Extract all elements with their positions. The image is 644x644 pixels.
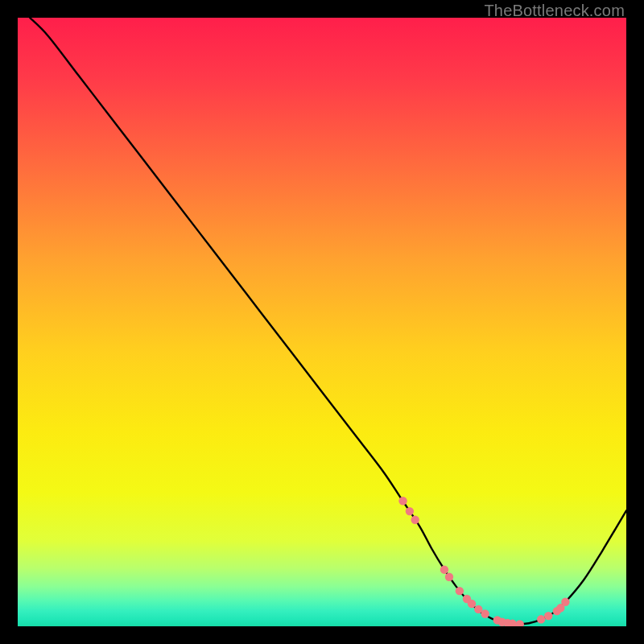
- highlight-marker: [398, 497, 407, 505]
- highlight-marker: [537, 615, 545, 623]
- highlight-marker: [561, 598, 569, 606]
- highlight-marker: [456, 587, 464, 595]
- highlight-marker: [481, 609, 489, 617]
- highlight-marker: [544, 612, 552, 620]
- chart-frame: TheBottleneck.com: [0, 0, 644, 644]
- bottleneck-chart: [18, 18, 626, 626]
- highlight-marker: [468, 600, 476, 608]
- highlight-marker: [445, 573, 453, 581]
- plot-area: [18, 18, 626, 626]
- highlight-marker: [440, 565, 448, 573]
- highlight-marker: [406, 507, 414, 515]
- highlight-marker: [411, 516, 419, 524]
- gradient-background: [18, 18, 626, 626]
